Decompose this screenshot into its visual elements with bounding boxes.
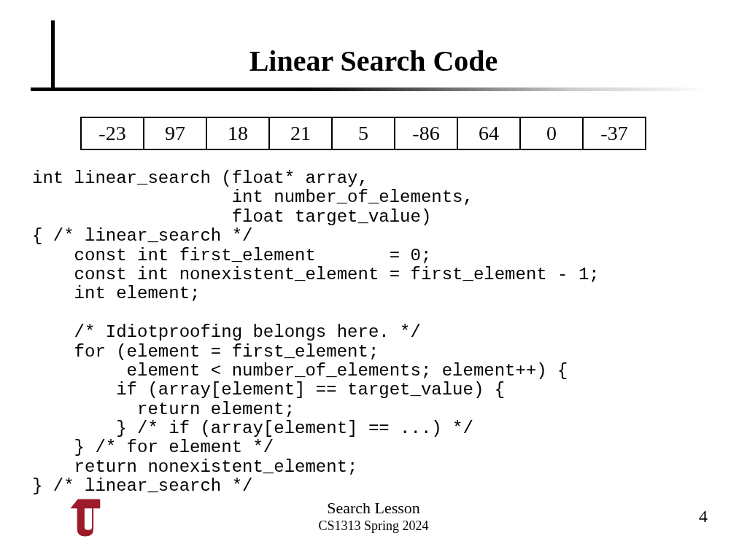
array-cell: 64 [458,118,521,149]
array-cell: -37 [584,118,646,149]
code-listing: int linear_search (float* array, int num… [32,169,718,497]
array-cell: 97 [144,118,207,149]
array-cell: -86 [395,118,458,149]
title-rule-horizontal [31,88,711,91]
array-cell: 0 [521,118,584,149]
array-cell: -23 [82,118,144,149]
page-number: 4 [699,507,708,526]
array-cell: 5 [333,118,395,149]
example-array: -23 97 18 21 5 -86 64 0 -37 [80,117,646,150]
array-cell: 21 [270,118,333,149]
footer-course: CS1313 Spring 2024 [0,518,747,534]
array-cell: 18 [207,118,270,149]
slide-title: Linear Search Code [0,44,747,78]
slide: Linear Search Code -23 97 18 21 5 -86 64… [0,0,747,560]
footer-lesson-title: Search Lesson [0,499,747,518]
